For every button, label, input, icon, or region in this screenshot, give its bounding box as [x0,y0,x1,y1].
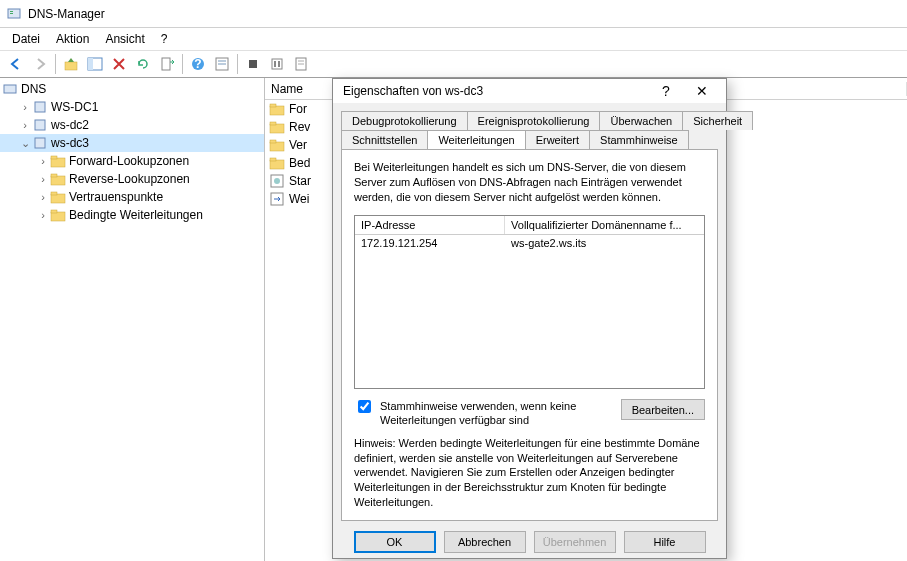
expand-icon[interactable]: › [18,101,32,113]
delete-button[interactable] [107,52,131,76]
svg-rect-13 [272,59,282,69]
column-ip[interactable]: IP-Adresse [355,216,505,234]
tree-reverse-lookup[interactable]: › Reverse-Lookupzonen [0,170,264,188]
svg-point-40 [274,178,280,184]
svg-rect-22 [35,138,45,148]
tab-panel-weiterleitungen: Bei Weiterleitungen handelt es sich um D… [341,149,718,521]
menu-aktion[interactable]: Aktion [48,30,97,48]
svg-rect-12 [249,60,257,68]
svg-rect-34 [270,122,276,125]
tab-debugprotokollierung[interactable]: Debugprotokollierung [341,111,468,130]
tab-schnittstellen[interactable]: Schnittstellen [341,130,428,149]
show-hide-tree-button[interactable] [83,52,107,76]
app-icon [6,6,22,22]
ok-button[interactable]: OK [354,531,436,553]
apply-button[interactable]: Übernehmen [534,531,616,553]
dialog-help-button[interactable]: ? [648,79,684,103]
toolbar: ? [0,50,907,78]
server-icon [32,99,48,115]
svg-rect-5 [88,58,93,70]
folder-icon [269,137,285,153]
dialog-button-row: OK Abbrechen Übernehmen Hilfe [333,521,726,561]
forwarder-row[interactable]: 172.19.121.254 ws-gate2.ws.its [355,235,704,251]
tab-ueberwachen[interactable]: Überwachen [599,111,683,130]
help-button[interactable]: ? [186,52,210,76]
back-button[interactable] [4,52,28,76]
svg-rect-35 [270,142,284,151]
tab-weiterleitungen[interactable]: Weiterleitungen [427,130,525,149]
tree-root-dns[interactable]: DNS [0,80,264,98]
window-titlebar: DNS-Manager [0,0,907,28]
menu-datei[interactable]: Datei [4,30,48,48]
svg-rect-1 [10,11,13,12]
collapse-icon[interactable]: ⌄ [18,137,32,150]
properties-button[interactable] [210,52,234,76]
tab-ereignisprotokollierung[interactable]: Ereignisprotokollierung [467,111,601,130]
svg-rect-27 [51,194,65,203]
svg-rect-29 [51,212,65,221]
svg-rect-37 [270,160,284,169]
folder-icon [269,155,285,171]
svg-rect-2 [10,13,13,14]
tree-forward-lookup[interactable]: › Forward-Lookupzonen [0,152,264,170]
use-roothints-label: Stammhinweise verwenden, wenn keine Weit… [380,399,615,428]
svg-rect-3 [65,62,77,70]
dialog-title: Eigenschaften von ws-dc3 [343,84,648,98]
folder-icon [269,119,285,135]
svg-rect-28 [51,192,57,195]
tab-stammhinweise[interactable]: Stammhinweise [589,130,689,149]
tree-trust-points[interactable]: › Vertrauenspunkte [0,188,264,206]
cancel-button[interactable]: Abbrechen [444,531,526,553]
forwarders-hint: Hinweis: Werden bedingte Weiterleitungen… [354,436,705,510]
folder-icon [50,153,66,169]
svg-rect-0 [8,9,20,18]
svg-rect-26 [51,174,57,177]
export-button[interactable] [155,52,179,76]
pause-button[interactable] [289,52,313,76]
start-button[interactable] [265,52,289,76]
up-button[interactable] [59,52,83,76]
expand-icon[interactable]: › [18,119,32,131]
svg-text:?: ? [194,57,201,71]
expand-icon[interactable]: › [36,155,50,167]
edit-forwarders-button[interactable]: Bearbeiten... [621,399,705,420]
tab-erweitert[interactable]: Erweitert [525,130,590,149]
menu-help[interactable]: ? [153,30,176,48]
svg-rect-19 [4,85,16,93]
server-icon [32,117,48,133]
forward-button[interactable] [28,52,52,76]
svg-rect-23 [51,158,65,167]
menu-ansicht[interactable]: Ansicht [97,30,152,48]
server-icon [32,135,48,151]
dialog-close-button[interactable]: ✕ [684,79,720,103]
svg-rect-14 [274,61,276,67]
tree-server-wsdc2[interactable]: › ws-dc2 [0,116,264,134]
expand-icon[interactable]: › [36,191,50,203]
svg-rect-10 [218,60,226,62]
tree-pane: DNS › WS-DC1 › ws-dc2 ⌄ ws-dc3 › Forward… [0,78,265,561]
folder-icon [50,171,66,187]
tree-server-wsdc3[interactable]: ⌄ ws-dc3 [0,134,264,152]
use-roothints-checkbox[interactable] [358,400,371,413]
stop-button[interactable] [241,52,265,76]
svg-rect-30 [51,210,57,213]
svg-rect-32 [270,104,276,107]
dns-icon [2,81,18,97]
expand-icon[interactable]: › [36,173,50,185]
refresh-button[interactable] [131,52,155,76]
tab-sicherheit[interactable]: Sicherheit [682,111,753,130]
dialog-titlebar: Eigenschaften von ws-dc3 ? ✕ [333,79,726,103]
svg-rect-31 [270,106,284,115]
svg-rect-25 [51,176,65,185]
svg-rect-11 [218,63,226,65]
forwarders-list[interactable]: IP-Adresse Vollqualifizierter Domänennam… [354,215,705,390]
svg-rect-33 [270,124,284,133]
column-fqdn[interactable]: Vollqualifizierter Domänenname f... [505,216,688,234]
help-button[interactable]: Hilfe [624,531,706,553]
roothints-icon [269,173,285,189]
folder-icon [269,101,285,117]
tree-server-wsdc1[interactable]: › WS-DC1 [0,98,264,116]
svg-rect-6 [162,58,170,70]
expand-icon[interactable]: › [36,209,50,221]
tree-conditional-forwarders[interactable]: › Bedingte Weiterleitungen [0,206,264,224]
